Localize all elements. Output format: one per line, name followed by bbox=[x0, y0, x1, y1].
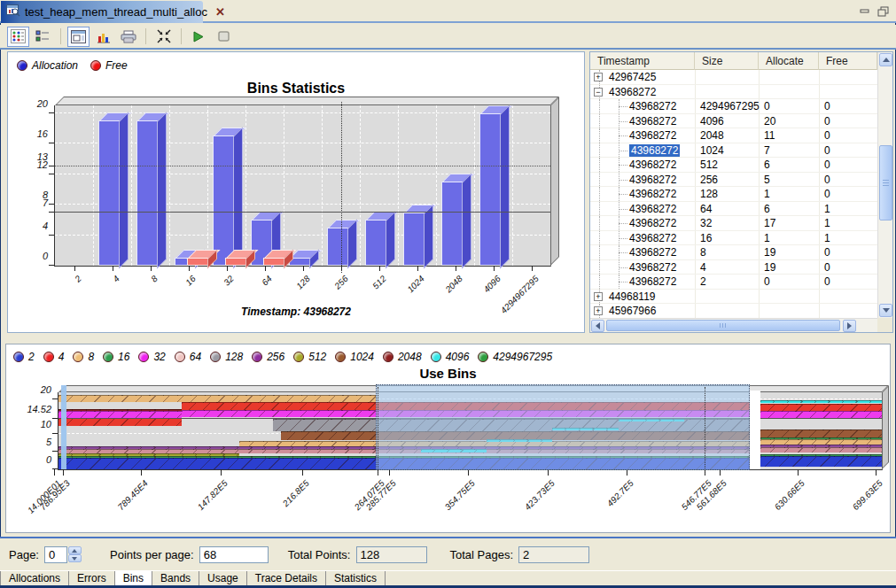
points-per-page-input[interactable] bbox=[199, 546, 269, 563]
tab-bands[interactable]: Bands bbox=[152, 571, 199, 586]
vertical-scrollbar[interactable] bbox=[877, 52, 892, 318]
table-row[interactable]: +44968119 bbox=[590, 290, 877, 305]
close-icon[interactable]: ✕ bbox=[215, 5, 225, 19]
vertical-scroll-thumb[interactable] bbox=[879, 145, 892, 220]
selected-cell[interactable]: 43968272 bbox=[629, 144, 680, 157]
table-row[interactable]: 439682728190 bbox=[590, 245, 877, 260]
bar-chart-icon[interactable] bbox=[92, 27, 114, 47]
size-cell: 2 bbox=[700, 275, 706, 289]
table-row[interactable]: 4396827225650 bbox=[590, 173, 877, 188]
bar-free[interactable] bbox=[225, 258, 247, 266]
x-tick bbox=[189, 266, 190, 271]
spinner-up-icon[interactable] bbox=[68, 546, 82, 554]
spinner-down-icon[interactable] bbox=[68, 554, 82, 562]
table-row[interactable]: −43968272 bbox=[590, 85, 877, 100]
table-row[interactable]: 439682722048110 bbox=[590, 128, 877, 143]
y-tick-label: 8 bbox=[43, 190, 48, 200]
page-input[interactable] bbox=[44, 546, 67, 563]
tree-line bbox=[619, 267, 627, 268]
overview-mode-icon[interactable] bbox=[67, 27, 90, 47]
tree-line bbox=[619, 209, 627, 210]
bar-allocation[interactable] bbox=[327, 228, 349, 266]
fit-to-window-icon[interactable] bbox=[152, 27, 175, 47]
list-view-icon[interactable] bbox=[32, 27, 54, 47]
bar-allocation[interactable] bbox=[365, 220, 387, 266]
horizontal-scrollbar[interactable] bbox=[590, 318, 877, 332]
minimize-icon[interactable] bbox=[860, 4, 870, 20]
column-header-allocate[interactable]: Allocate bbox=[759, 52, 819, 70]
y-tick-label: 16 bbox=[37, 128, 48, 139]
scroll-left-icon[interactable] bbox=[591, 320, 604, 332]
bar-allocation[interactable] bbox=[441, 182, 464, 266]
scroll-down-icon[interactable] bbox=[879, 304, 892, 317]
use-bins-band-64 bbox=[760, 447, 882, 453]
free-cell: 0 bbox=[824, 99, 830, 113]
gridline bbox=[55, 204, 550, 205]
table-row[interactable]: 439682724096200 bbox=[590, 114, 877, 129]
tree-line bbox=[599, 173, 600, 187]
table-row[interactable]: 439682721611 bbox=[590, 231, 877, 246]
table-row[interactable]: 439682726461 bbox=[590, 202, 877, 217]
table-row[interactable]: 43968272102470 bbox=[590, 143, 877, 159]
collapse-icon[interactable]: − bbox=[594, 88, 603, 97]
x-tick bbox=[221, 469, 222, 476]
table-row[interactable]: +42967425 bbox=[590, 70, 877, 85]
page-spinner[interactable] bbox=[68, 546, 82, 562]
gridline bbox=[55, 235, 550, 236]
column-header-free[interactable]: Free bbox=[819, 52, 877, 70]
scroll-corner bbox=[877, 318, 892, 332]
timestamp-cell: 43968272 bbox=[629, 187, 676, 201]
use-bins-band-16 bbox=[760, 437, 882, 439]
table-row[interactable]: 43968272200 bbox=[590, 275, 877, 290]
x-tick bbox=[74, 266, 75, 271]
expand-icon[interactable]: + bbox=[594, 306, 603, 315]
tab-test-heap[interactable]: test_heap_mem_thread_multi_alloc ✕ bbox=[1, 1, 203, 23]
use-legend-label: 4096 bbox=[446, 351, 470, 363]
timestamp-cell: 43968272 bbox=[609, 85, 656, 99]
scroll-up-icon[interactable] bbox=[879, 53, 892, 66]
table-row[interactable]: 439682724190 bbox=[590, 260, 877, 275]
bar-allocation[interactable] bbox=[98, 120, 121, 266]
tab-usage[interactable]: Usage bbox=[199, 571, 247, 586]
column-header-timestamp[interactable]: Timestamp bbox=[590, 52, 695, 70]
bins-bar-chart[interactable]: 0478121316202481632641282565121024204840… bbox=[54, 105, 551, 267]
expand-icon[interactable]: + bbox=[594, 73, 603, 81]
table-row[interactable]: 4396827212810 bbox=[590, 187, 877, 202]
tab-bins[interactable]: Bins bbox=[115, 571, 152, 586]
bar-free[interactable] bbox=[263, 258, 285, 266]
bar-allocation[interactable] bbox=[403, 213, 425, 266]
table-header[interactable]: TimestampSizeAllocateFree bbox=[590, 52, 877, 70]
pairs-grid-icon[interactable] bbox=[7, 27, 29, 47]
size-cell: 512 bbox=[700, 158, 718, 172]
tab-statistics[interactable]: Statistics bbox=[326, 571, 386, 586]
y-tick-label: 5 bbox=[46, 437, 51, 447]
table-row[interactable]: 43968272429496729500 bbox=[590, 99, 877, 114]
restore-icon[interactable] bbox=[877, 4, 889, 20]
table-row[interactable]: +45967966 bbox=[590, 304, 877, 318]
expand-icon[interactable]: + bbox=[594, 292, 603, 301]
x-tick bbox=[63, 469, 64, 476]
play-icon[interactable] bbox=[188, 27, 210, 47]
use-legend-label: 2048 bbox=[398, 351, 422, 363]
bar-allocation[interactable] bbox=[136, 120, 159, 266]
selection-overlay[interactable] bbox=[376, 384, 751, 470]
table-body: +42967425−439682724396827242949672950043… bbox=[590, 70, 877, 318]
use-bins-chart[interactable]: 051014.522014.000E01786.95E3789.45E4147.… bbox=[58, 392, 883, 470]
bar-allocation[interactable] bbox=[479, 113, 502, 266]
scroll-right-icon[interactable] bbox=[843, 320, 856, 332]
tab-allocations[interactable]: Allocations bbox=[0, 571, 69, 586]
x-tick bbox=[141, 469, 142, 476]
print-icon[interactable] bbox=[117, 27, 139, 47]
y-tick bbox=[52, 451, 58, 452]
column-header-size[interactable]: Size bbox=[695, 52, 759, 70]
use-legend-label: 128 bbox=[225, 351, 243, 363]
x-tick-label: 256 bbox=[332, 274, 350, 291]
horizontal-scroll-thumb[interactable] bbox=[606, 320, 840, 331]
tab-trace-details[interactable]: Trace Details bbox=[247, 571, 326, 586]
table-row[interactable]: 4396827251260 bbox=[590, 158, 877, 173]
tab-errors[interactable]: Errors bbox=[69, 571, 115, 586]
table-row[interactable]: 4396827232171 bbox=[590, 216, 877, 231]
bar-allocation[interactable] bbox=[213, 135, 235, 266]
bar-free[interactable] bbox=[187, 258, 209, 266]
x-tick-label: 64 bbox=[260, 274, 274, 288]
